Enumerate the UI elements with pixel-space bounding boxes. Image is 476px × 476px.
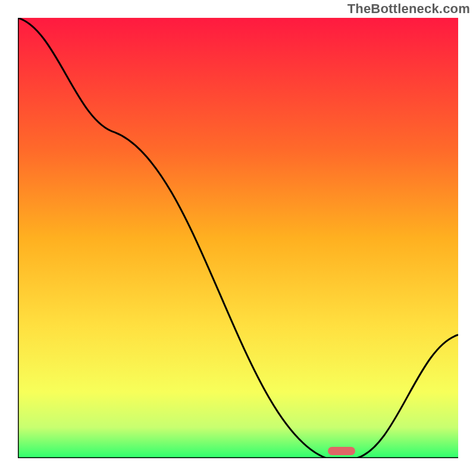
plot-svg (18, 18, 458, 458)
watermark-text: TheBottleneck.com (347, 1, 470, 17)
gradient-background (18, 18, 458, 458)
plot-area (18, 18, 458, 458)
bottleneck-chart: TheBottleneck.com (0, 0, 476, 476)
optimum-marker (328, 447, 355, 455)
